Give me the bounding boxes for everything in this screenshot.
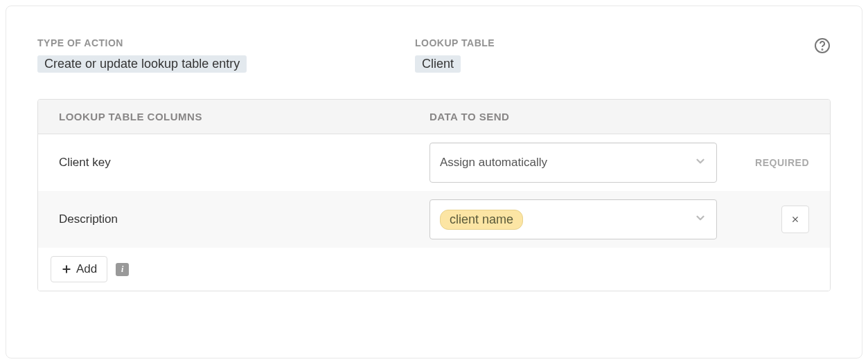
chevron-down-icon — [694, 155, 707, 170]
table-row: Client key Assign automatically REQUIRED — [38, 134, 830, 191]
data-header: DATA TO SEND — [429, 111, 809, 122]
add-button-label: Add — [76, 262, 97, 276]
remove-row-button[interactable] — [781, 206, 809, 233]
columns-header: LOOKUP TABLE COLUMNS — [59, 111, 429, 122]
table-row: Description client name — [38, 191, 830, 248]
select-tag: client name — [440, 210, 523, 230]
form-panel: TYPE OF ACTION Create or update lookup t… — [6, 6, 862, 358]
row-label: Description — [59, 212, 429, 226]
add-button[interactable]: Add — [51, 256, 107, 282]
data-select[interactable]: client name — [429, 199, 717, 239]
lookup-table-section: LOOKUP TABLE Client — [415, 37, 495, 73]
columns-table: LOOKUP TABLE COLUMNS DATA TO SEND Client… — [37, 99, 831, 291]
plus-icon — [61, 264, 72, 275]
lookup-table-label: LOOKUP TABLE — [415, 37, 495, 48]
table-footer: Add i — [38, 248, 830, 291]
data-select[interactable]: Assign automatically — [429, 143, 717, 183]
info-icon[interactable]: i — [116, 263, 129, 276]
header-row: TYPE OF ACTION Create or update lookup t… — [37, 37, 831, 73]
table-header: LOOKUP TABLE COLUMNS DATA TO SEND — [38, 100, 830, 134]
close-icon — [790, 215, 800, 224]
type-of-action-value[interactable]: Create or update lookup table entry — [37, 55, 247, 73]
select-value: Assign automatically — [440, 156, 547, 170]
type-of-action-label: TYPE OF ACTION — [37, 37, 415, 48]
chevron-down-icon — [694, 212, 707, 227]
lookup-table-value[interactable]: Client — [415, 55, 461, 73]
type-of-action-section: TYPE OF ACTION Create or update lookup t… — [37, 37, 415, 73]
svg-point-1 — [822, 49, 823, 50]
row-label: Client key — [59, 156, 429, 170]
required-badge: REQUIRED — [755, 157, 809, 168]
help-icon[interactable] — [814, 37, 831, 54]
